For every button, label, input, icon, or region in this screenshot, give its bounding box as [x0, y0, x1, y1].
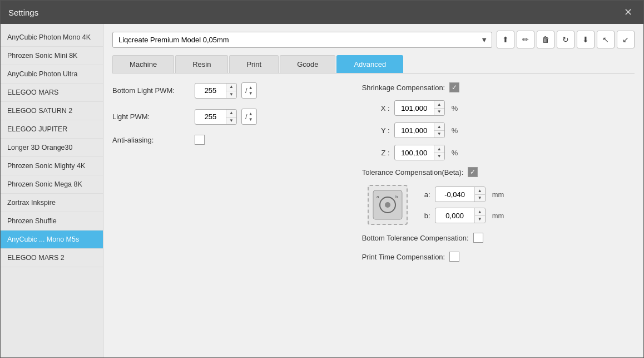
bottom-light-pwm-slash-up[interactable]: ▲: [249, 85, 253, 91]
bottom-light-pwm-slash-down[interactable]: ▼: [249, 91, 253, 96]
light-pwm-up[interactable]: ▲: [226, 110, 236, 117]
x-spinners: ▲ ▼: [434, 101, 444, 115]
z-row: Z : ▲ ▼ %: [362, 145, 635, 160]
bottom-tolerance-row: Bottom Tolerance Compensation:: [362, 233, 635, 243]
light-pwm-label: Light PWM:: [112, 112, 190, 121]
b-up[interactable]: ▲: [475, 208, 485, 215]
sidebar-item[interactable]: ELEGOO JUPITER: [1, 120, 103, 139]
sidebar-item[interactable]: Zortrax Inkspire: [1, 194, 103, 212]
refresh-icon-btn[interactable]: ↻: [557, 31, 574, 48]
tab-gcode[interactable]: Gcode: [280, 55, 335, 73]
y-row: Y : ▲ ▼ %: [362, 122, 635, 138]
y-up[interactable]: ▲: [434, 123, 444, 130]
anti-aliasing-checkbox[interactable]: [195, 135, 205, 145]
y-spinners: ▲ ▼: [434, 123, 444, 138]
refresh-icon: ↻: [562, 35, 569, 44]
upload-icon-btn[interactable]: ↗: [597, 31, 615, 48]
print-time-checkbox[interactable]: [449, 252, 459, 262]
b-down[interactable]: ▼: [475, 215, 485, 223]
delete-icon-btn[interactable]: 🗑: [537, 31, 554, 48]
sidebar-item[interactable]: AnyCubic Photon Ultra: [1, 65, 103, 84]
download-icon-btn[interactable]: ⬇: [577, 31, 595, 48]
sidebar-item[interactable]: ELEGOO SATURN 2: [1, 102, 103, 120]
x-down[interactable]: ▼: [434, 108, 444, 115]
y-pct: %: [452, 126, 458, 135]
close-button[interactable]: ✕: [621, 6, 636, 18]
a-row: a: ▲ ▼ mm: [417, 187, 504, 202]
a-up[interactable]: ▲: [475, 187, 485, 194]
sidebar-item[interactable]: AnyCubic Photon Mono 4K: [1, 28, 103, 47]
y-input[interactable]: [395, 124, 434, 137]
a-mm: mm: [492, 190, 504, 199]
window-title: Settings: [8, 8, 38, 17]
import-icon: ↙: [622, 35, 629, 44]
content-area: Liqcreate Premium Model 0,05mm ▼ ⬆ ✏ 🗑: [103, 24, 643, 357]
sidebar: AnyCubic Photon Mono 4KPhrozen Sonic Min…: [1, 24, 103, 357]
x-pct: %: [452, 104, 458, 112]
bottom-light-pwm-row: Bottom Light PWM: ▲ ▼ / ▲: [112, 82, 340, 99]
tab-advanced[interactable]: Advanced: [336, 55, 403, 73]
tab-resin[interactable]: Resin: [175, 55, 228, 73]
sidebar-item[interactable]: Phrozen Sonic Mighty 4K: [1, 157, 103, 175]
light-pwm-slash-wrap: / ▲ ▼: [241, 109, 257, 125]
bottom-light-pwm-slash-spinners: ▲ ▼: [249, 85, 253, 96]
bottom-tolerance-label: Bottom Tolerance Compensation:: [362, 234, 469, 242]
tab-machine[interactable]: Machine: [112, 55, 174, 73]
b-input[interactable]: [435, 209, 474, 222]
x-row: X : ▲ ▼ %: [362, 100, 635, 116]
title-bar: Settings ✕: [1, 1, 643, 24]
tab-print[interactable]: Print: [229, 55, 279, 73]
bottom-light-pwm-input[interactable]: [195, 84, 226, 97]
light-pwm-slash-down[interactable]: ▼: [249, 117, 253, 122]
sidebar-item[interactable]: Phrozen Sonic Mega 8K: [1, 175, 103, 194]
left-col: Bottom Light PWM: ▲ ▼ / ▲: [112, 82, 340, 351]
sidebar-item[interactable]: ELEGOO MARS 2: [1, 249, 103, 267]
settings-grid: Bottom Light PWM: ▲ ▼ / ▲: [112, 82, 635, 351]
svg-point-2: [385, 202, 390, 208]
tolerance-compensation-label: Tolerance Compensation(Beta):: [362, 168, 464, 176]
bottom-light-pwm-up[interactable]: ▲: [226, 84, 236, 91]
export-icon-btn[interactable]: ⬆: [497, 31, 514, 48]
z-up[interactable]: ▲: [434, 145, 444, 153]
bottom-light-pwm-down[interactable]: ▼: [226, 91, 236, 98]
light-pwm-input[interactable]: [195, 110, 226, 123]
sidebar-item[interactable]: AnyCubic ... Mono M5s: [1, 231, 103, 249]
edit-icon-btn[interactable]: ✏: [517, 31, 534, 48]
bottom-light-pwm-spinners: ▲ ▼: [226, 84, 236, 98]
sidebar-item[interactable]: ELEGOO MARS: [1, 84, 103, 102]
light-pwm-slash-up[interactable]: ▲: [249, 111, 253, 117]
sidebar-item[interactable]: Phrozen Sonic Mini 8K: [1, 47, 103, 65]
z-down[interactable]: ▼: [434, 153, 444, 160]
a-input[interactable]: [435, 188, 474, 201]
b-row: b: ▲ ▼ mm: [417, 208, 504, 223]
tolerance-compensation-checkbox[interactable]: [468, 167, 478, 177]
b-label: b:: [417, 212, 430, 220]
profile-select[interactable]: Liqcreate Premium Model 0,05mm: [112, 32, 492, 48]
a-input-wrap: ▲ ▼: [435, 187, 486, 202]
shrinkage-compensation-checkbox[interactable]: [449, 82, 459, 92]
sidebar-item[interactable]: Phrozen Shuffle: [1, 212, 103, 231]
z-input[interactable]: [395, 146, 434, 159]
bottom-light-pwm-slash-wrap: / ▲ ▼: [241, 82, 257, 99]
import-icon-btn[interactable]: ↙: [617, 31, 635, 48]
x-input-wrap: ▲ ▼: [394, 100, 445, 116]
light-pwm-input-wrap: ▲ ▼: [195, 109, 237, 125]
a-down[interactable]: ▼: [475, 194, 485, 202]
download-icon: ⬇: [582, 35, 589, 44]
ab-rows: a: ▲ ▼ mm: [417, 187, 504, 223]
a-spinners: ▲ ▼: [474, 187, 485, 202]
b-spinners: ▲ ▼: [474, 208, 485, 223]
b-mm: mm: [492, 212, 504, 220]
tolerance-compensation-row: Tolerance Compensation(Beta):: [362, 167, 635, 177]
settings-window: Settings ✕ AnyCubic Photon Mono 4KPhroze…: [0, 0, 644, 358]
bottom-tolerance-checkbox[interactable]: [473, 233, 483, 243]
sidebar-item[interactable]: Longer 3D Orange30: [1, 139, 103, 157]
main-area: AnyCubic Photon Mono 4KPhrozen Sonic Min…: [1, 24, 643, 357]
x-input[interactable]: [395, 102, 434, 115]
y-down[interactable]: ▼: [434, 130, 444, 138]
x-up[interactable]: ▲: [434, 101, 444, 108]
svg-text:b: b: [395, 194, 398, 199]
print-time-label: Print Time Compensation:: [362, 253, 445, 261]
light-pwm-down[interactable]: ▼: [226, 117, 236, 124]
z-label: Z :: [373, 149, 390, 157]
